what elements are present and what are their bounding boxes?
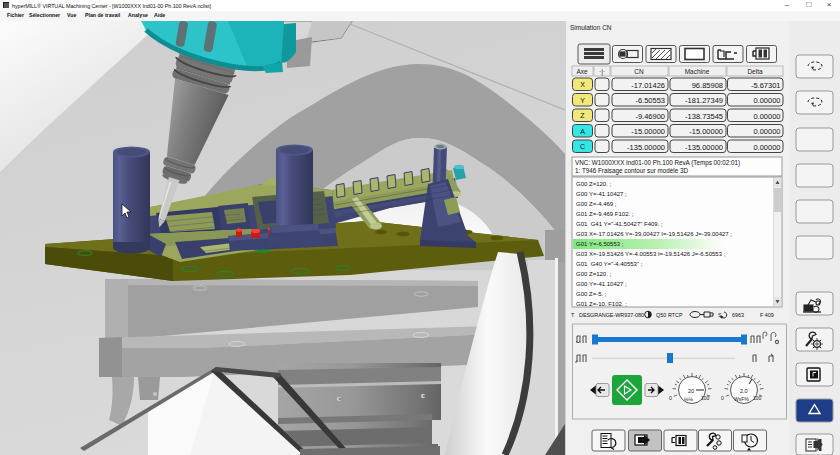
svg-text:G01 Y=-6.50553 ;: G01 Y=-6.50553 ; bbox=[576, 241, 624, 247]
svg-text:℅℅: ℅℅ bbox=[684, 396, 693, 402]
svg-text:-138.73545: -138.73545 bbox=[685, 112, 723, 121]
svg-text:X: X bbox=[580, 81, 585, 88]
svg-text:-6.50553: -6.50553 bbox=[635, 96, 665, 105]
svg-text:G01 G40 Y="-4.40553" ;: G01 G40 Y="-4.40553" ; bbox=[576, 261, 643, 267]
svg-text:0.00000: 0.00000 bbox=[753, 143, 780, 152]
svg-text:G01 G41 Y="-41.50427" F409. ;: G01 G41 Y="-41.50427" F409. ; bbox=[576, 221, 663, 227]
svg-text:96.85908: 96.85908 bbox=[692, 81, 723, 90]
svg-text:Machine: Machine bbox=[685, 68, 710, 75]
svg-text:A: A bbox=[580, 128, 585, 135]
svg-text:CN: CN bbox=[634, 68, 644, 75]
svg-text:-9.46900: -9.46900 bbox=[635, 112, 665, 121]
svg-text:G01 Z=-9.469 F102. ;: G01 Z=-9.469 F102. ; bbox=[576, 211, 634, 217]
svg-text:2.0: 2.0 bbox=[740, 388, 748, 394]
svg-text:VNC: W1000XXX Ind01-00 Ph.100: VNC: W1000XXX Ind01-00 Ph.100 RevA (Temp… bbox=[575, 159, 740, 167]
svg-text:C: C bbox=[580, 143, 585, 150]
svg-text:Q50: Q50 bbox=[656, 312, 666, 318]
svg-text:G00 Z=120. ;: G00 Z=120. ; bbox=[576, 181, 612, 187]
svg-text:T: T bbox=[571, 312, 575, 318]
svg-text:Y: Y bbox=[580, 97, 585, 104]
svg-text:G00 Y=-41.10427 ;: G00 Y=-41.10427 ; bbox=[576, 281, 627, 287]
svg-text:0.00000: 0.00000 bbox=[753, 112, 780, 121]
svg-text:100: 100 bbox=[753, 395, 762, 401]
svg-text:-135.00000: -135.00000 bbox=[627, 143, 665, 152]
svg-text:F 409: F 409 bbox=[760, 312, 774, 318]
svg-text:0: 0 bbox=[669, 395, 672, 401]
svg-text:G00 Y=-41.10427 ;: G00 Y=-41.10427 ; bbox=[576, 191, 627, 197]
svg-text:Delta: Delta bbox=[747, 68, 763, 75]
svg-text:G00 Z=-5. ;: G00 Z=-5. ; bbox=[576, 291, 607, 297]
svg-text:G01 Z=-10. F102. ;: G01 Z=-10. F102. ; bbox=[576, 301, 627, 307]
svg-text:G03 X=-17.01426 Y=-39.00427 I=: G03 X=-17.01426 Y=-39.00427 I=-19.51426 … bbox=[576, 231, 732, 237]
svg-text:-135.00000: -135.00000 bbox=[685, 143, 723, 152]
svg-text:·|·: ·|· bbox=[599, 68, 605, 76]
svg-text:G03 X=-19.51426 Y=-4.00553 I=-: G03 X=-19.51426 Y=-4.00553 I=-19.51426 J… bbox=[576, 251, 726, 257]
svg-text:0: 0 bbox=[721, 395, 724, 401]
svg-text:6963: 6963 bbox=[732, 312, 744, 318]
svg-text:WsF%: WsF% bbox=[734, 396, 749, 402]
svg-text:0.00000: 0.00000 bbox=[753, 96, 780, 105]
svg-text:0.00000: 0.00000 bbox=[753, 127, 780, 136]
svg-text:-15.00000: -15.00000 bbox=[631, 127, 665, 136]
svg-text:-17.01426: -17.01426 bbox=[631, 81, 665, 90]
svg-text:-15.00000: -15.00000 bbox=[689, 127, 723, 136]
svg-text:Axe: Axe bbox=[576, 68, 588, 75]
svg-text:RTCP: RTCP bbox=[668, 312, 683, 318]
svg-text:-181.27349: -181.27349 bbox=[685, 96, 723, 105]
svg-text:DESGRANGE-WR937-080: DESGRANGE-WR937-080 bbox=[579, 312, 644, 318]
svg-text:G00 Z=120. ;: G00 Z=120. ; bbox=[576, 271, 612, 277]
svg-text:1: T946 Fraisage contour sur m: 1: T946 Fraisage contour sur modèle 3D bbox=[575, 167, 688, 175]
svg-text:Z: Z bbox=[580, 112, 585, 119]
svg-text:G00 Z=-4.469 ;: G00 Z=-4.469 ; bbox=[576, 201, 617, 207]
svg-text:20: 20 bbox=[688, 388, 694, 394]
svg-text:100: 100 bbox=[701, 395, 710, 401]
svg-text:-5.67301: -5.67301 bbox=[751, 81, 781, 90]
